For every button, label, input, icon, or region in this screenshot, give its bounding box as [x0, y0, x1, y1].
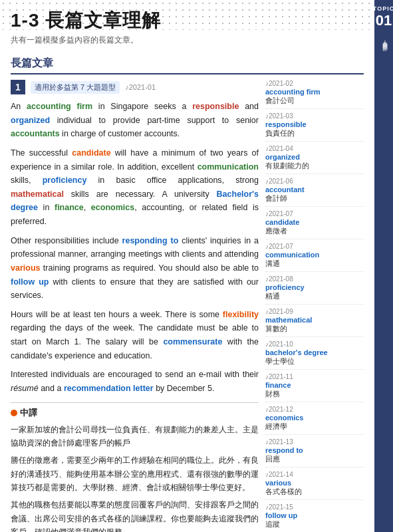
vocab-organized: organized	[11, 116, 50, 125]
vocab-chinese: 溝通	[265, 259, 364, 269]
vocab-chinese: 負責任的	[265, 128, 364, 138]
vocab-chinese: 應徵者	[265, 226, 364, 236]
article-number: 1	[11, 80, 25, 94]
vocab-item: ♪2021-02 accounting firm 會計公司	[265, 80, 364, 109]
vocab-recommendation: recommendation letter	[64, 384, 154, 393]
vocab-followup: follow up	[11, 277, 49, 287]
vocabulary-list: ♪2021-02 accounting firm 會計公司 ♪2021-03 r…	[265, 80, 364, 532]
chinese-body: 一家新加坡的會計公司尋找一位負責任、有規劃能力的兼差人主。主是協助資深的會計師處…	[11, 423, 259, 533]
vocab-english: bachelor's degree	[265, 348, 364, 356]
section-heading: 長篇文章	[11, 57, 364, 74]
vocab-chinese: 各式各樣的	[265, 487, 364, 497]
vocab-id: ♪2021-11	[265, 373, 364, 380]
vocab-english: finance	[265, 381, 364, 389]
vocab-item: ♪2021-11 finance 財務	[265, 373, 364, 402]
vocab-chinese: 會計師	[265, 194, 364, 203]
vocab-chinese: 回應	[265, 454, 364, 464]
vocab-item: ♪2021-10 bachelor's degree 學士學位	[265, 340, 364, 370]
article-column: 1 適用於多益第 7 大題題型 ♪2021-01 An accounting f…	[11, 80, 259, 532]
vocab-id: ♪2021-04	[265, 145, 364, 152]
vocab-candidate: candidate	[72, 148, 110, 158]
vocab-chinese: 追蹤	[265, 519, 364, 529]
chinese-p3: 其他的職務包括要能以專業的態度回覆客戶的詢問、安排跟客戶之間的會議、出席公司安排…	[11, 498, 259, 532]
vocab-chinese: 算數的	[265, 324, 364, 334]
topic-sidebar: TOPIC 01 人事員招募	[374, 0, 393, 532]
vocab-mathematical: mathematical	[11, 190, 64, 199]
vocab-english: accountant	[265, 186, 364, 194]
vocab-english: accounting firm	[265, 88, 364, 96]
vocab-proficiency: proficiency	[43, 176, 87, 185]
vocab-english: follow up	[265, 511, 364, 519]
vocab-item: ♪2021-09 mathematical 算數的	[265, 308, 364, 337]
vocab-communication: communication	[197, 162, 259, 172]
vocab-finance: finance	[55, 203, 84, 212]
vocab-id: ♪2021-03	[265, 112, 364, 120]
vocab-economics: economics	[91, 203, 134, 212]
vocab-accountants: accountants	[11, 129, 60, 138]
vocab-english: communication	[265, 251, 364, 259]
chinese-p1: 一家新加坡的會計公司尋找一位負責任、有規劃能力的兼差人主。主是協助資深的會計師處…	[11, 423, 259, 450]
vocab-various: various	[11, 263, 40, 273]
article-date: ♪2021-01	[125, 83, 156, 91]
page-title: 1-3 長篇文章理解	[11, 8, 364, 33]
vocab-english: mathematical	[265, 316, 364, 324]
content-area: 1 適用於多益第 7 大題題型 ♪2021-01 An accounting f…	[11, 80, 364, 532]
vocab-responsible: responsible	[192, 102, 239, 111]
article-paragraph-4: Hours will be at least ten hours a week.…	[11, 308, 259, 363]
vocab-item: ♪2021-13 respond to 回應	[265, 438, 364, 467]
chinese-label-text: 中譯	[20, 407, 37, 419]
vocab-english: various	[265, 479, 364, 487]
page-title-block: 1-3 長篇文章理解 共有一篇模擬多益內容的長篇文章。	[11, 0, 364, 49]
vocab-id: ♪2021-10	[265, 340, 364, 348]
vocab-english: responsible	[265, 120, 364, 128]
article-tag: 適用於多益第 7 大題題型	[31, 81, 120, 94]
topic-label: TOPIC	[372, 5, 393, 12]
article-paragraph-2: The successful candidate will have a min…	[11, 146, 259, 229]
vocab-accounting: accounting firm	[27, 102, 92, 111]
vocab-english: organized	[265, 153, 364, 161]
article-paragraph-1: An accounting firm in Singapore seeks a …	[11, 100, 259, 141]
vocab-item: ♪2021-14 various 各式各樣的	[265, 471, 364, 500]
vocab-chinese: 有規劃能力的	[265, 161, 364, 171]
vocab-item: ♪2021-06 accountant 會計師	[265, 178, 364, 207]
vocab-id: ♪2021-09	[265, 308, 364, 315]
vocab-item: ♪2021-12 economics 經濟學	[265, 406, 364, 435]
vocab-id: ♪2021-15	[265, 503, 364, 511]
chinese-dot-icon	[11, 410, 17, 416]
vocab-english: proficiency	[265, 283, 364, 291]
vocab-id: ♪2021-02	[265, 80, 364, 87]
vocab-item: ♪2021-07 communication 溝通	[265, 243, 364, 272]
topic-sub: 人事員招募	[380, 36, 388, 43]
topic-number: 01	[376, 13, 392, 28]
vocab-id: ♪2021-13	[265, 438, 364, 446]
chinese-section: 中譯 一家新加坡的會計公司尋找一位負責任、有規劃能力的兼差人主。主是協助資深的會…	[11, 402, 259, 533]
vocab-item: ♪2021-07 candidate 應徵者	[265, 210, 364, 239]
vocab-chinese: 財務	[265, 389, 364, 399]
vocab-chinese: 學士學位	[265, 356, 364, 366]
vocab-item: ♪2021-08 proficiency 精通	[265, 275, 364, 305]
chinese-label: 中譯	[11, 407, 259, 419]
article-paragraph-5: Interested individuals are encouraged to…	[11, 368, 259, 395]
chinese-p2: 勝任的徵應者，需要至少兩年的工作經驗在相同的職位上。此外，有良好的溝通技巧、能夠…	[11, 454, 259, 494]
article-body: An accounting firm in Singapore seeks a …	[11, 100, 259, 396]
vocab-chinese: 經濟學	[265, 422, 364, 432]
vocab-english: candidate	[265, 218, 364, 226]
vocab-flexibility: flexibility	[223, 310, 259, 319]
vocab-english: economics	[265, 414, 364, 422]
article-header: 1 適用於多益第 7 大題題型 ♪2021-01	[11, 80, 259, 94]
vocab-commensurate: commensurate	[163, 337, 222, 346]
vocab-id: ♪2021-07	[265, 210, 364, 217]
vocab-id: ♪2021-08	[265, 275, 364, 283]
vocab-id: ♪2021-07	[265, 243, 364, 250]
vocab-id: ♪2021-12	[265, 406, 364, 413]
vocab-resume: résumé	[11, 384, 39, 393]
vocab-id: ♪2021-14	[265, 471, 364, 478]
vocabulary-column: ♪2021-02 accounting firm 會計公司 ♪2021-03 r…	[265, 80, 364, 532]
vocab-chinese: 精通	[265, 291, 364, 301]
vocab-english: respond to	[265, 446, 364, 454]
article-paragraph-3: Other responsibilities include respondin…	[11, 234, 259, 303]
vocab-item: ♪2021-15 follow up 追蹤	[265, 503, 364, 532]
vocab-chinese: 會計公司	[265, 96, 364, 106]
main-content: 1-3 長篇文章理解 共有一篇模擬多益內容的長篇文章。 長篇文章 1 適用於多益…	[0, 0, 374, 532]
page-subtitle: 共有一篇模擬多益內容的長篇文章。	[11, 35, 364, 46]
